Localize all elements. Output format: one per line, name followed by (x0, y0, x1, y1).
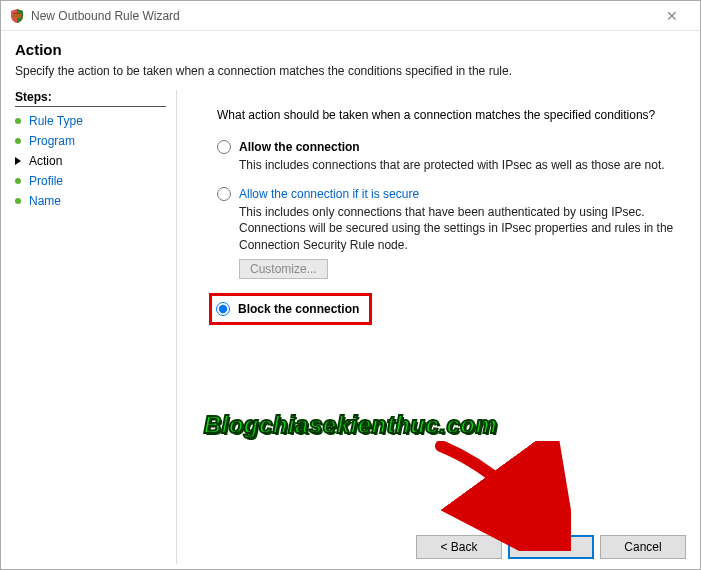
option-block-row[interactable]: Block the connection (216, 302, 359, 316)
step-program[interactable]: Program (15, 131, 166, 151)
option-allow-secure-label: Allow the connection if it is secure (239, 187, 419, 201)
option-allow-label: Allow the connection (239, 140, 360, 154)
cancel-button[interactable]: Cancel (600, 535, 686, 559)
steps-heading: Steps: (15, 90, 166, 107)
step-rule-type[interactable]: Rule Type (15, 111, 166, 131)
step-label: Rule Type (29, 114, 83, 128)
highlight-box: Block the connection (209, 293, 372, 325)
step-action[interactable]: Action (15, 151, 166, 171)
radio-allow-secure[interactable] (217, 187, 231, 201)
steps-sidebar: Steps: Rule Type Program Action Profile … (1, 90, 176, 564)
wizard-footer: < Back Next > Cancel (416, 535, 686, 559)
action-prompt: What action should be taken when a conne… (217, 108, 680, 122)
radio-block[interactable] (216, 302, 230, 316)
back-button[interactable]: < Back (416, 535, 502, 559)
titlebar: New Outbound Rule Wizard ✕ (1, 1, 700, 31)
option-allow-secure-row[interactable]: Allow the connection if it is secure (217, 187, 680, 201)
option-allow-desc: This includes connections that are prote… (239, 157, 680, 173)
wizard-header: Action Specify the action to be taken wh… (1, 31, 700, 90)
option-block: Block the connection (217, 293, 680, 325)
main-panel: What action should be taken when a conne… (177, 90, 700, 564)
close-icon[interactable]: ✕ (652, 8, 692, 24)
customize-button: Customize... (239, 259, 328, 279)
step-label: Name (29, 194, 61, 208)
option-allow-secure-desc: This includes only connections that have… (239, 204, 680, 253)
page-title: Action (15, 41, 686, 58)
step-name[interactable]: Name (15, 191, 166, 211)
radio-allow[interactable] (217, 140, 231, 154)
svg-rect-1 (13, 13, 21, 14)
page-subtitle: Specify the action to be taken when a co… (15, 64, 686, 78)
next-button[interactable]: Next > (508, 535, 594, 559)
step-label: Program (29, 134, 75, 148)
step-profile[interactable]: Profile (15, 171, 166, 191)
step-label: Profile (29, 174, 63, 188)
option-allow-row[interactable]: Allow the connection (217, 140, 680, 154)
firewall-shield-icon (9, 8, 25, 24)
step-label: Action (29, 154, 62, 168)
option-allow: Allow the connection This includes conne… (217, 140, 680, 173)
option-block-label: Block the connection (238, 302, 359, 316)
window-title: New Outbound Rule Wizard (31, 9, 652, 23)
option-allow-secure: Allow the connection if it is secure Thi… (217, 187, 680, 279)
